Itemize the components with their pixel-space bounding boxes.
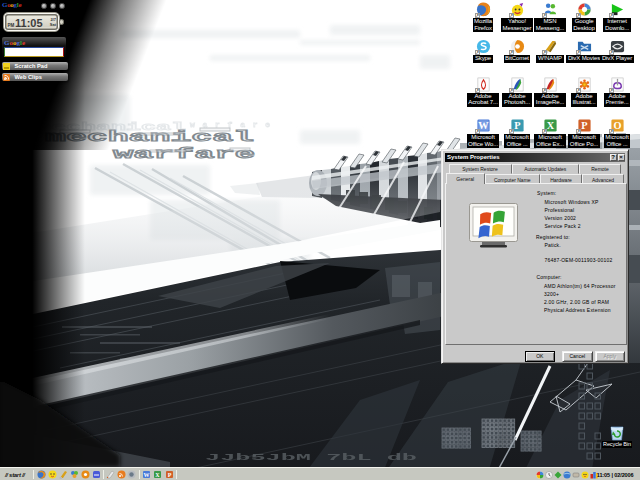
svg-text:P: P: [581, 120, 587, 131]
svg-text:W: W: [143, 472, 149, 478]
svg-text:P: P: [167, 472, 171, 478]
svg-text:O: O: [613, 120, 621, 131]
svg-text:X: X: [155, 472, 160, 478]
svg-text:X: X: [546, 120, 554, 131]
svg-text:JJb5JbM 7bL db: JJb5JbM 7bL db: [205, 453, 417, 463]
svg-text:P: P: [514, 120, 520, 131]
svg-text:W: W: [478, 120, 489, 131]
